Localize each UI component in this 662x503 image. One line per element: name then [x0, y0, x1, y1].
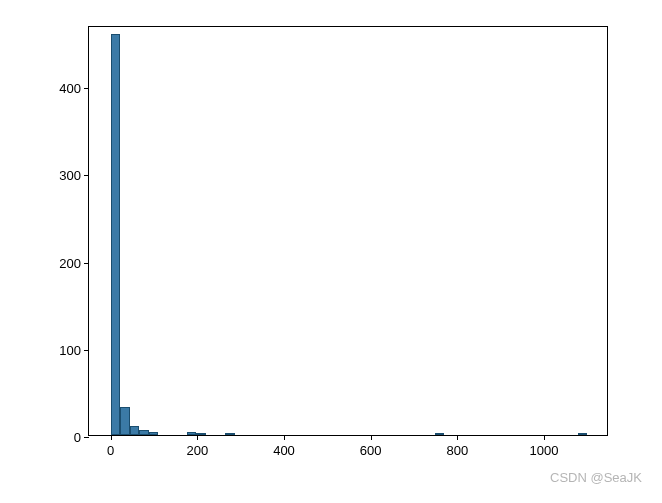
histogram-bar — [578, 433, 588, 435]
x-tick-label: 400 — [273, 443, 295, 458]
y-tick-label: 300 — [59, 168, 81, 183]
x-tick — [544, 435, 545, 440]
chart-axes: 0100200300400 02004006008001000 — [88, 26, 608, 436]
histogram-bar — [120, 407, 130, 435]
x-tick — [284, 435, 285, 440]
y-tick-label: 400 — [59, 81, 81, 96]
y-tick — [84, 263, 89, 264]
y-tick — [84, 175, 89, 176]
histogram-bar — [435, 433, 445, 435]
watermark-text: CSDN @SeaJK — [550, 470, 642, 485]
x-tick-label: 800 — [446, 443, 468, 458]
y-tick-label: 100 — [59, 342, 81, 357]
x-tick — [111, 435, 112, 440]
x-tick — [457, 435, 458, 440]
x-tick-label: 600 — [360, 443, 382, 458]
y-tick — [84, 437, 89, 438]
y-tick-label: 0 — [74, 430, 81, 445]
histogram-bar — [149, 432, 159, 435]
y-tick — [84, 88, 89, 89]
histogram-bar — [187, 432, 197, 435]
histogram-bar — [225, 433, 235, 435]
x-tick-label: 0 — [107, 443, 114, 458]
x-tick-label: 200 — [186, 443, 208, 458]
histogram-bar — [111, 34, 121, 435]
x-tick — [371, 435, 372, 440]
histogram-bar — [139, 430, 149, 435]
y-tick — [84, 350, 89, 351]
x-tick — [197, 435, 198, 440]
histogram-bar — [130, 426, 140, 435]
x-tick-label: 1000 — [530, 443, 559, 458]
plot-area — [89, 27, 607, 435]
y-tick-label: 200 — [59, 255, 81, 270]
